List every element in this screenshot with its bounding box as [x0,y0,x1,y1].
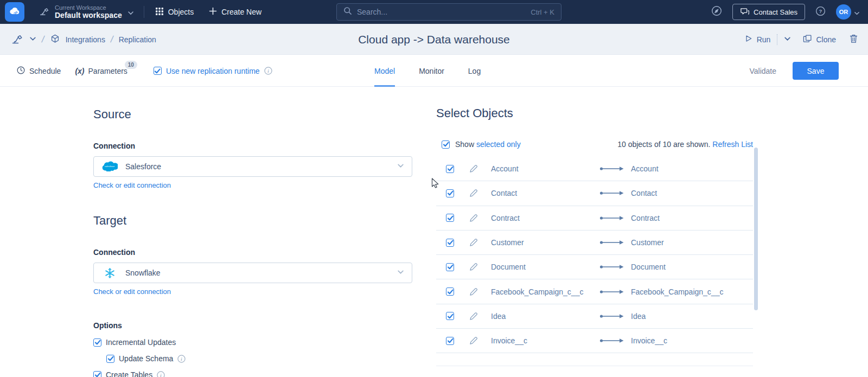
chevron-down-icon [397,162,404,171]
option-row: Update Schema i [106,350,412,367]
tab-monitor[interactable]: Monitor [419,55,444,87]
breadcrumb-replication[interactable]: Replication [119,35,156,44]
objects-scrollbar[interactable] [754,148,758,310]
app-logo[interactable] [5,2,24,22]
edit-pencil-icon[interactable] [469,336,478,345]
select-objects-panel: Select Objects Show selected only 10 obj… [436,106,753,366]
object-row[interactable]: Document Document [436,255,753,279]
chevron-down-icon[interactable] [29,35,36,44]
object-checkbox[interactable] [446,189,454,197]
object-checkbox[interactable] [446,239,454,247]
edit-pencil-icon[interactable] [469,214,478,222]
object-row[interactable]: Facebook_Campaign_c__c Facebook_Campaign… [436,279,753,304]
help-icon[interactable]: ? [815,5,826,19]
edit-pencil-icon[interactable] [469,238,478,247]
edit-pencil-icon[interactable] [469,312,478,321]
option-checkbox[interactable] [106,355,114,363]
explore-compass-icon[interactable] [711,5,723,19]
option-label: Update Schema [119,354,173,363]
breadcrumb-integrations[interactable]: Integrations [66,35,105,44]
option-row: Incremental Updates i [93,334,412,350]
object-row[interactable]: Invoice__c Invoice__c [436,329,753,353]
top-navigation-bar: Current Workspace Default workspace Obje… [0,0,868,24]
show-selected-checkbox[interactable] [442,140,450,149]
edit-pencil-icon[interactable] [469,263,478,271]
schedule-button[interactable]: Schedule [16,66,61,76]
option-checkbox[interactable] [93,371,101,377]
option-row: Create Tables i [93,367,412,377]
mapping-arrow-icon [599,262,624,272]
svg-text:i: i [181,356,183,361]
source-heading: Source [93,107,412,122]
parameters-button[interactable]: (x) Parameters 10 [75,67,127,75]
edit-pencil-icon[interactable] [469,287,478,296]
object-checkbox[interactable] [446,337,454,345]
tab-log[interactable]: Log [468,55,481,87]
mapping-arrow-icon [599,164,624,174]
designer-lamp-icon[interactable] [11,32,24,47]
refresh-list-link[interactable]: Refresh List [712,140,753,149]
save-button[interactable]: Save [793,62,839,80]
delete-trash-icon[interactable] [849,34,858,45]
target-object-name: Invoice__c [631,336,667,345]
breadcrumb: / Integrations / Replication [11,24,156,55]
option-checkbox[interactable] [93,338,101,347]
object-row[interactable]: Contract Contract [436,206,753,231]
object-row[interactable]: Contact Contact [436,181,753,206]
run-options-chevron-icon[interactable] [784,35,791,44]
edit-pencil-icon[interactable] [469,164,478,173]
validate-button[interactable]: Validate [749,67,776,75]
create-new-button[interactable]: Create New [209,7,261,17]
option-label: Incremental Updates [106,338,176,347]
source-connection-select[interactable]: salesforce Salesforce [93,156,412,177]
objects-count: 10 objects of 10 are shown. Refresh List [617,140,753,149]
run-button[interactable]: Run [744,34,771,44]
runtime-info-icon[interactable]: i [264,67,272,75]
info-icon[interactable]: i [157,371,165,377]
runtime-checkbox-label: Use new replication runtime [166,67,260,75]
object-checkbox[interactable] [446,312,454,320]
object-row[interactable]: Account Account [436,157,753,181]
source-connection-label: Connection [93,142,412,150]
object-checkbox[interactable] [446,165,454,173]
workspace-lamp-icon [39,5,50,19]
target-connection-value: Snowflake [125,269,390,277]
target-check-connection-link[interactable]: Check or edit connection [93,287,412,296]
runtime-checkbox-row[interactable]: Use new replication runtime i [154,67,272,75]
global-search[interactable]: Ctrl + K [336,3,561,21]
source-object-name: Facebook_Campaign_c__c [491,287,599,296]
snowflake-logo-icon [101,267,118,279]
clone-button[interactable]: Clone [803,34,836,45]
tab-model[interactable]: Model [374,55,395,87]
search-input[interactable] [357,8,526,16]
integration-toolbar: Schedule (x) Parameters 10 Use new repli… [0,55,868,87]
contact-sales-button[interactable]: Contact Sales [732,4,805,20]
object-checkbox[interactable] [446,263,454,271]
mapping-arrow-icon [599,311,624,321]
clone-label: Clone [816,35,836,44]
object-row[interactable]: Customer Customer [436,231,753,255]
option-label: Create Tables [106,370,152,377]
objects-button[interactable]: Objects [155,7,194,17]
chevron-down-icon [854,9,860,15]
selected-only-link[interactable]: selected only [476,140,521,149]
options-heading: Options [93,321,412,330]
chevron-down-icon [127,9,134,15]
chevron-down-icon [397,268,404,278]
source-check-connection-link[interactable]: Check or edit connection [93,181,412,189]
cloud-logo-icon [9,5,21,19]
edit-pencil-icon[interactable] [469,189,478,197]
object-row[interactable]: Idea Idea [436,304,753,329]
object-checkbox[interactable] [446,214,454,222]
parameters-label: Parameters [88,67,127,75]
info-icon[interactable]: i [177,355,186,363]
target-heading: Target [93,214,412,228]
workspace-selector[interactable]: Current Workspace Default workspace [39,4,134,20]
target-object-name: Document [631,263,666,271]
object-checkbox[interactable] [446,287,454,296]
target-connection-select[interactable]: Snowflake [93,263,412,283]
user-menu[interactable]: OR [836,4,860,20]
source-object-name: Account [491,164,599,173]
runtime-checkbox[interactable] [154,67,162,75]
target-object-name: Idea [631,312,646,321]
